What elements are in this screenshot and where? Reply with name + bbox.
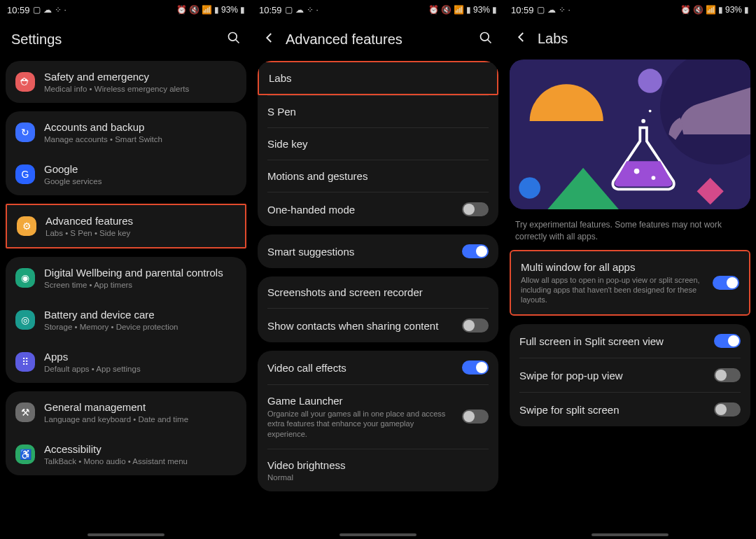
settings-item-accessibility[interactable]: ♿ Accessibility TalkBack • Mono audio • … [6, 433, 246, 475]
image-icon: ▢ [537, 5, 545, 15]
labs-item-swipe-split[interactable]: Swipe for split screen [510, 393, 750, 426]
settings-item-general[interactable]: ⚒ General management Language and keyboa… [6, 391, 246, 433]
wellbeing-icon: ◉ [15, 268, 35, 288]
header: Labs [504, 20, 756, 59]
settings-item-advanced-features[interactable]: ⚙ Advanced features Labs • S Pen • Side … [7, 205, 245, 247]
svg-point-9 [634, 169, 640, 174]
item-title: Screenshots and screen recorder [267, 286, 489, 298]
item-title: Advanced features [46, 215, 235, 227]
page-title: Advanced features [286, 31, 402, 48]
settings-item-accounts[interactable]: ↻ Accounts and backup Manage accounts • … [6, 111, 246, 153]
item-title: Game Launcher [267, 395, 453, 407]
panel-advanced-features: 10:59 ▢ ☁ ⁘ · ⏰ 🔇 📶 ▮ 93% ▮ Advanced fea… [252, 0, 504, 539]
advanced-item-motions[interactable]: Motions and gestures [258, 160, 498, 192]
search-icon[interactable] [479, 31, 493, 48]
svg-line-1 [236, 40, 239, 43]
item-title: One-handed mode [267, 204, 453, 216]
toggle-game-launcher[interactable] [462, 410, 489, 424]
advanced-item-show-contacts[interactable]: Show contacts when sharing content [258, 309, 498, 342]
nav-pill[interactable] [340, 533, 416, 536]
apps-icon: ⠿ [15, 352, 35, 372]
image-icon: ▢ [285, 5, 293, 15]
item-title: Swipe for pop-up view [519, 370, 705, 382]
panel-labs: 10:59 ▢ ☁ ⁘ · ⏰ 🔇 📶 ▮ 93% ▮ Labs [504, 0, 756, 539]
labs-item-fullscreen-split[interactable]: Full screen in Split screen view [510, 324, 750, 358]
svg-point-6 [519, 177, 540, 199]
dots-icon: ⁘ [55, 5, 62, 15]
panel-settings: 10:59 ▢ ☁ ⁘ · ⏰ 🔇 📶 ▮ 93% ▮ Settings ⛑ S… [0, 0, 252, 539]
item-sub: Normal [267, 473, 489, 482]
item-title: S Pen [267, 106, 489, 118]
advanced-item-labs[interactable]: Labs [258, 61, 498, 95]
wifi-icon: 📶 [706, 5, 716, 15]
toggle-video-effects[interactable] [462, 360, 489, 374]
item-sub: Medical info • Wireless emergency alerts [44, 85, 237, 93]
advanced-item-onehanded[interactable]: One-handed mode [258, 192, 498, 226]
signal-icon: ▮ [466, 5, 471, 15]
labs-item-swipe-popup[interactable]: Swipe for pop-up view [510, 358, 750, 392]
settings-item-safety[interactable]: ⛑ Safety and emergency Medical info • Wi… [6, 61, 246, 103]
signal-icon: ▮ [718, 5, 723, 15]
cloud-icon: ☁ [547, 5, 556, 15]
toggle-smart-suggestions[interactable] [462, 244, 489, 258]
google-icon: G [15, 164, 35, 184]
settings-item-wellbeing[interactable]: ◉ Digital Wellbeing and parental control… [6, 257, 246, 299]
settings-item-google[interactable]: G Google Google services [6, 153, 246, 195]
dots-icon: ⁘ [559, 5, 566, 15]
item-title: Accessibility [44, 443, 237, 455]
mute-icon: 🔇 [189, 5, 200, 15]
advanced-item-video-bright
ness[interactable]: Video brightness Normal [258, 449, 498, 491]
header: Settings [0, 20, 252, 61]
item-title: Labs [269, 72, 487, 84]
item-title: Safety and emergency [44, 71, 237, 83]
battery-icon: ▮ [492, 5, 497, 15]
item-title: Digital Wellbeing and parental controls [44, 267, 237, 279]
item-sub: Allow all apps to open in pop-up view or… [521, 275, 704, 305]
item-sub: Default apps • App settings [44, 365, 237, 373]
toggle-multi-window[interactable] [713, 276, 739, 290]
toggle-onehanded[interactable] [462, 202, 489, 216]
back-icon[interactable] [515, 31, 528, 47]
status-battery: 93% [221, 5, 238, 15]
advanced-item-video-effects[interactable]: Video call effects [258, 351, 498, 384]
item-sub: Google services [44, 177, 237, 186]
cloud-icon: ☁ [43, 5, 52, 15]
item-title: Video call effects [267, 362, 453, 374]
search-icon[interactable] [227, 31, 241, 48]
nav-pill[interactable] [592, 533, 668, 536]
dot-icon: · [316, 5, 318, 15]
item-sub: Language and keyboard • Date and time [44, 415, 237, 424]
toggle-fullscreen-split[interactable] [714, 334, 741, 348]
status-bar: 10:59 ▢ ☁ ⁘ · ⏰ 🔇 📶 ▮ 93% ▮ [252, 0, 504, 20]
dot-icon: · [64, 5, 66, 15]
item-title: Accounts and backup [44, 121, 237, 133]
item-title: Multi window for all apps [521, 261, 704, 273]
status-battery: 93% [473, 5, 490, 15]
advanced-item-sidekey[interactable]: Side key [258, 128, 498, 160]
item-title: General management [44, 401, 237, 413]
alarm-icon: ⏰ [176, 5, 187, 15]
nav-pill[interactable] [88, 533, 164, 536]
item-title: Full screen in Split screen view [519, 335, 705, 347]
item-title: Side key [267, 138, 489, 150]
settings-item-battery[interactable]: ◎ Battery and device care Storage • Memo… [6, 299, 246, 341]
advanced-item-smart-suggestions[interactable]: Smart suggestions [258, 234, 498, 268]
advanced-item-spen[interactable]: S Pen [258, 96, 498, 127]
svg-point-12 [649, 110, 652, 113]
toggle-swipe-popup[interactable] [714, 368, 741, 382]
settings-item-apps[interactable]: ⠿ Apps Default apps • App settings [6, 341, 246, 383]
page-title: Labs [538, 31, 568, 47]
labs-item-multi-window[interactable]: Multi window for all apps Allow all apps… [511, 251, 749, 315]
back-icon[interactable] [263, 31, 276, 48]
advanced-item-game-launcher[interactable]: Game Launcher Organize all your games al… [258, 385, 498, 449]
status-time: 10:59 [511, 5, 534, 15]
toggle-show-contacts[interactable] [462, 318, 489, 332]
header: Advanced features [252, 20, 504, 61]
mute-icon: 🔇 [441, 5, 451, 15]
svg-point-11 [641, 119, 645, 123]
battery-icon: ▮ [240, 5, 245, 15]
toggle-swipe-split[interactable] [714, 402, 741, 416]
item-sub: Labs • S Pen • Side key [46, 229, 235, 237]
advanced-item-screenshots[interactable]: Screenshots and screen recorder [258, 276, 498, 308]
labs-description: Try experimental features. Some features… [504, 209, 756, 250]
